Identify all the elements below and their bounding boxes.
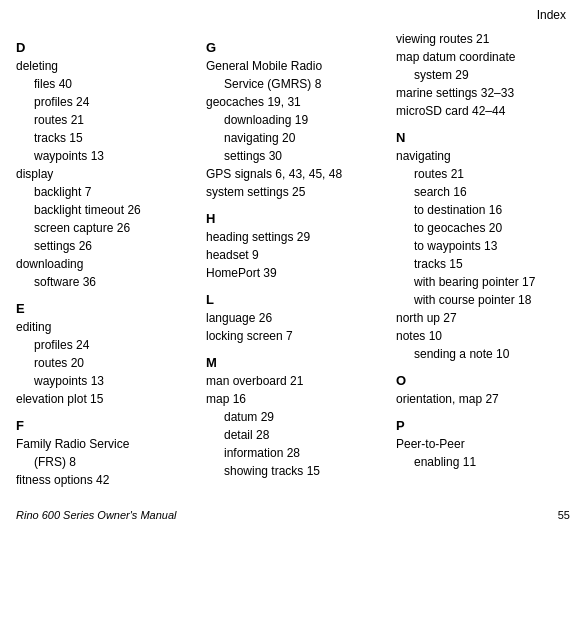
sub-entry: routes 21: [16, 111, 190, 129]
main-entry: Family Radio Service: [16, 435, 190, 453]
sub-entry: search 16: [396, 183, 570, 201]
sub-entry: tracks 15: [396, 255, 570, 273]
index-entry: locking screen 7: [206, 327, 380, 345]
sub-entry: files 40: [16, 75, 190, 93]
index-entry: deletingfiles 40profiles 24routes 21trac…: [16, 57, 190, 165]
sub-entry: showing tracks 15: [206, 462, 380, 480]
main-entry: navigating: [396, 147, 570, 165]
page-header: Index: [16, 8, 570, 22]
index-entry: man overboard 21: [206, 372, 380, 390]
sub-entry: system 29: [396, 66, 570, 84]
sub-entry: screen capture 26: [16, 219, 190, 237]
index-entry: orientation, map 27: [396, 390, 570, 408]
index-entry: geocaches 19, 31downloading 19navigating…: [206, 93, 380, 165]
section-letter-N: N: [396, 130, 570, 145]
footer-right: 55: [558, 509, 570, 521]
column-0: Ddeletingfiles 40profiles 24routes 21tra…: [16, 30, 190, 489]
main-entry: Peer-to-Peer: [396, 435, 570, 453]
main-entry: display: [16, 165, 190, 183]
main-entry: notes 10: [396, 327, 570, 345]
section-letter-O: O: [396, 373, 570, 388]
sub-entry: profiles 24: [16, 336, 190, 354]
index-entry: north up 27: [396, 309, 570, 327]
sub-entry: to geocaches 20: [396, 219, 570, 237]
sub-entry: backlight timeout 26: [16, 201, 190, 219]
main-entry: microSD card 42–44: [396, 102, 570, 120]
section-letter-P: P: [396, 418, 570, 433]
sub-entry: backlight 7: [16, 183, 190, 201]
index-entry: heading settings 29: [206, 228, 380, 246]
index-entry: marine settings 32–33: [396, 84, 570, 102]
main-entry: heading settings 29: [206, 228, 380, 246]
main-entry: fitness options 42: [16, 471, 190, 489]
index-entry: displaybacklight 7backlight timeout 26sc…: [16, 165, 190, 255]
section-letter-M: M: [206, 355, 380, 370]
main-entry: map datum coordinate: [396, 48, 570, 66]
sub-entry: settings 26: [16, 237, 190, 255]
main-entry: downloading: [16, 255, 190, 273]
index-entry: General Mobile RadioService (GMRS) 8: [206, 57, 380, 93]
index-entry: headset 9: [206, 246, 380, 264]
sub-entry: software 36: [16, 273, 190, 291]
main-entry: HomePort 39: [206, 264, 380, 282]
main-entry: locking screen 7: [206, 327, 380, 345]
index-entry: map datum coordinatesystem 29: [396, 48, 570, 84]
index-entry: microSD card 42–44: [396, 102, 570, 120]
main-entry: GPS signals 6, 43, 45, 48: [206, 165, 380, 183]
main-entry: geocaches 19, 31: [206, 93, 380, 111]
main-entry: north up 27: [396, 309, 570, 327]
index-entry: system settings 25: [206, 183, 380, 201]
index-entry: GPS signals 6, 43, 45, 48: [206, 165, 380, 183]
main-entry: viewing routes 21: [396, 30, 570, 48]
sub-entry: with course pointer 18: [396, 291, 570, 309]
section-letter-F: F: [16, 418, 190, 433]
index-entry: navigatingroutes 21search 16to destinati…: [396, 147, 570, 309]
sub-entry: sending a note 10: [396, 345, 570, 363]
index-entry: Peer-to-Peerenabling 11: [396, 435, 570, 471]
sub-entry: navigating 20: [206, 129, 380, 147]
column-2: viewing routes 21map datum coordinatesys…: [396, 30, 570, 471]
sub-entry: datum 29: [206, 408, 380, 426]
index-entry: fitness options 42: [16, 471, 190, 489]
sub-entry: routes 21: [396, 165, 570, 183]
footer-left: Rino 600 Series Owner's Manual: [16, 509, 176, 521]
sub-entry: to waypoints 13: [396, 237, 570, 255]
index-grid: Ddeletingfiles 40profiles 24routes 21tra…: [16, 30, 570, 489]
sub-entry: profiles 24: [16, 93, 190, 111]
main-entry: orientation, map 27: [396, 390, 570, 408]
index-entry: notes 10sending a note 10: [396, 327, 570, 363]
sub-entry: detail 28: [206, 426, 380, 444]
sub-entry: waypoints 13: [16, 147, 190, 165]
index-entry: language 26: [206, 309, 380, 327]
sub-entry: routes 20: [16, 354, 190, 372]
main-entry: elevation plot 15: [16, 390, 190, 408]
main-entry: marine settings 32–33: [396, 84, 570, 102]
main-entry: man overboard 21: [206, 372, 380, 390]
sub-entry: information 28: [206, 444, 380, 462]
sub-entry: with bearing pointer 17: [396, 273, 570, 291]
sub-entry: downloading 19: [206, 111, 380, 129]
main-entry: editing: [16, 318, 190, 336]
main-entry: language 26: [206, 309, 380, 327]
header-title: Index: [537, 8, 566, 22]
main-entry: deleting: [16, 57, 190, 75]
index-entry: Family Radio Service(FRS) 8: [16, 435, 190, 471]
index-entry: elevation plot 15: [16, 390, 190, 408]
section-letter-G: G: [206, 40, 380, 55]
main-entry: system settings 25: [206, 183, 380, 201]
sub-entry: waypoints 13: [16, 372, 190, 390]
sub-entry: settings 30: [206, 147, 380, 165]
index-entry: viewing routes 21: [396, 30, 570, 48]
sub-entry: tracks 15: [16, 129, 190, 147]
sub-entry: (FRS) 8: [16, 453, 190, 471]
column-1: GGeneral Mobile RadioService (GMRS) 8geo…: [206, 30, 380, 480]
index-entry: map 16datum 29detail 28information 28sho…: [206, 390, 380, 480]
section-letter-H: H: [206, 211, 380, 226]
section-letter-D: D: [16, 40, 190, 55]
main-entry: headset 9: [206, 246, 380, 264]
index-entry: HomePort 39: [206, 264, 380, 282]
sub-entry: Service (GMRS) 8: [206, 75, 380, 93]
sub-entry: to destination 16: [396, 201, 570, 219]
sub-entry: enabling 11: [396, 453, 570, 471]
page-footer: Rino 600 Series Owner's Manual 55: [16, 509, 570, 521]
